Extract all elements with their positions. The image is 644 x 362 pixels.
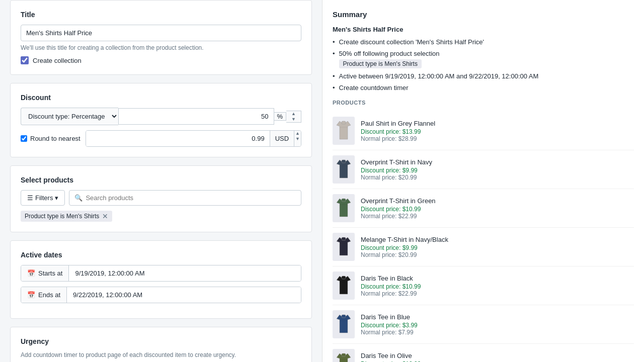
svg-rect-10: [342, 315, 346, 318]
discount-heading: Discount: [21, 94, 301, 102]
products-label: PRODUCTS: [333, 100, 634, 106]
product-item: Daris Tee in Blue Discount price: $3.99 …: [333, 305, 634, 344]
starts-at-input[interactable]: [69, 265, 301, 281]
product-name: Overprint T-Shirt in Navy: [361, 158, 432, 166]
product-normal-price: Normal price: $7.99: [361, 329, 418, 336]
product-normal-price: Normal price: $20.99: [361, 251, 448, 258]
round-down-btn[interactable]: ▼: [294, 136, 301, 142]
product-image: [333, 272, 355, 300]
filters-button[interactable]: ☰ Filters ▾: [21, 190, 65, 206]
product-discount-price: Discount price: $9.99: [361, 167, 432, 174]
summary-campaign-title: Men's Shirts Half Price: [333, 26, 634, 33]
round-currency-label: USD: [270, 131, 294, 146]
filters-label: Filters: [35, 194, 53, 202]
products-section: PRODUCTS Paul Shirt in Grey Flannel Disc…: [333, 100, 634, 362]
product-name: Daris Tee in Black: [361, 275, 421, 282]
product-normal-price: Normal price: $28.99: [361, 135, 435, 142]
product-normal-price: Normal price: $22.99: [361, 213, 436, 220]
discount-row: Discount type: Percentage % ▲ ▼: [21, 108, 301, 125]
product-item: Melange T-Shirt in Navy/Black Discount p…: [333, 228, 634, 266]
title-help-text: We'll use this title for creating a coll…: [21, 44, 301, 51]
title-heading: Title: [21, 11, 301, 19]
product-normal-price: Normal price: $22.99: [361, 290, 421, 297]
search-products-input[interactable]: [83, 191, 296, 205]
title-card: Title We'll use this title for creating …: [10, 0, 312, 75]
round-up-btn[interactable]: ▲: [294, 131, 301, 136]
calendar-icon-2: 📅: [27, 291, 35, 299]
summary-heading: Summary: [333, 10, 634, 19]
ends-at-label: Ends at: [38, 291, 60, 299]
urgency-description: Add countdown timer to product page of e…: [21, 351, 301, 358]
summary-item-3: Create countdown timer: [333, 84, 634, 92]
title-input[interactable]: [21, 25, 301, 41]
ends-at-input[interactable]: [67, 287, 301, 303]
summary-product-tag: Product type is Men's Shirts: [339, 59, 422, 68]
starts-at-row: 📅 Starts at: [21, 265, 301, 282]
starts-at-label-group: 📅 Starts at: [21, 265, 69, 281]
product-discount-price: Discount price: $10.99: [361, 206, 436, 213]
svg-rect-12: [342, 353, 346, 356]
product-info: Overprint T-Shirt in Navy Discount price…: [361, 158, 432, 181]
svg-rect-0: [342, 121, 346, 124]
discount-up-btn[interactable]: ▲: [290, 111, 297, 117]
select-products-heading: Select products: [21, 176, 301, 184]
product-image: [333, 310, 355, 338]
svg-rect-6: [342, 237, 346, 240]
product-discount-price: Discount price: $10.99: [361, 283, 421, 290]
filters-chevron-icon: ▾: [55, 194, 58, 202]
summary-item-text-3: Create countdown timer: [339, 84, 409, 92]
search-input-wrap[interactable]: 🔍: [69, 190, 301, 206]
product-image: [333, 117, 355, 145]
active-dates-heading: Active dates: [21, 251, 301, 259]
product-item: Overprint T-Shirt in Navy Discount price…: [333, 150, 634, 189]
percent-label: %: [274, 112, 287, 121]
discount-value-input[interactable]: [118, 108, 274, 125]
left-panel: Title We'll use this title for creating …: [0, 0, 322, 362]
svg-rect-2: [342, 160, 346, 163]
round-value-input[interactable]: [86, 131, 270, 146]
svg-rect-8: [342, 276, 346, 279]
round-nearest-checkbox[interactable]: [21, 135, 27, 142]
right-panel: Summary Men's Shirts Half Price Create d…: [322, 0, 644, 362]
product-info: Overprint T-Shirt in Green Discount pric…: [361, 197, 436, 220]
summary-item-2: Active between 9/19/2019, 12:00:00 AM an…: [333, 72, 634, 80]
filter-icon: ☰: [27, 194, 33, 202]
round-checkbox-group: Round to nearest: [21, 135, 80, 142]
product-discount-price: Discount price: $13.99: [361, 128, 435, 135]
select-products-card: Select products ☰ Filters ▾ 🔍 Product ty…: [10, 165, 312, 232]
product-discount-price: Discount price: $3.99: [361, 322, 418, 329]
discount-type-select[interactable]: Discount type: Percentage: [21, 108, 118, 125]
product-info: Melange T-Shirt in Navy/Black Discount p…: [361, 236, 448, 258]
product-discount-price: Discount price: $10.99: [361, 360, 421, 363]
round-input-group: USD ▲ ▼: [86, 130, 301, 147]
product-image: [333, 194, 355, 222]
tag-label: Product type is Men's Shirts: [25, 213, 99, 220]
product-discount-price: Discount price: $9.99: [361, 244, 448, 251]
create-collection-checkbox[interactable]: [21, 56, 29, 64]
tag-remove-button[interactable]: ✕: [102, 213, 108, 220]
product-item: Overprint T-Shirt in Green Discount pric…: [333, 189, 634, 228]
summary-item-text-0: Create discount collection 'Men's Shirts…: [339, 38, 485, 46]
product-name: Daris Tee in Olive: [361, 352, 421, 359]
svg-rect-4: [342, 199, 346, 202]
product-name: Melange T-Shirt in Navy/Black: [361, 236, 448, 243]
ends-at-row: 📅 Ends at: [21, 287, 301, 303]
discount-down-btn[interactable]: ▼: [290, 117, 297, 122]
round-spinners: ▲ ▼: [294, 131, 301, 146]
round-nearest-label: Round to nearest: [30, 135, 80, 142]
product-image: [333, 233, 355, 261]
product-name: Overprint T-Shirt in Green: [361, 197, 436, 205]
ends-at-label-group: 📅 Ends at: [21, 287, 67, 303]
products-list: Paul Shirt in Grey Flannel Discount pric…: [333, 112, 634, 362]
summary-item-text-2: Active between 9/19/2019, 12:00:00 AM an…: [339, 72, 539, 80]
discount-spinners: ▲ ▼: [286, 111, 301, 123]
product-normal-price: Normal price: $20.99: [361, 174, 432, 181]
product-item: Daris Tee in Olive Discount price: $10.9…: [333, 344, 634, 362]
product-info: Daris Tee in Blue Discount price: $3.99 …: [361, 313, 418, 336]
filters-row: ☰ Filters ▾ 🔍: [21, 190, 301, 206]
product-item: Daris Tee in Black Discount price: $10.9…: [333, 266, 634, 305]
product-image: [333, 349, 355, 362]
product-info: Paul Shirt in Grey Flannel Discount pric…: [361, 120, 435, 142]
product-info: Daris Tee in Black Discount price: $10.9…: [361, 275, 421, 297]
product-name: Paul Shirt in Grey Flannel: [361, 120, 435, 127]
